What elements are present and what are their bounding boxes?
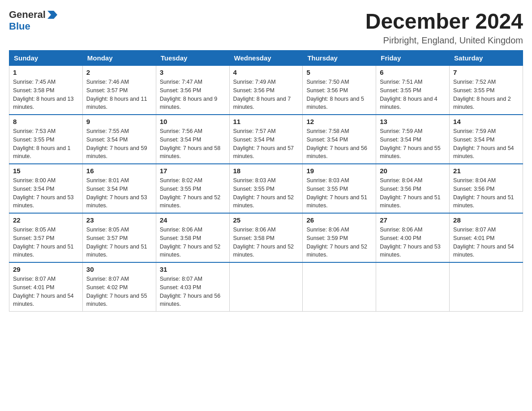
day-number: 29: [13, 265, 79, 273]
day-info: Sunrise: 8:06 AMSunset: 3:59 PMDaylight:…: [306, 226, 372, 259]
day-number: 16: [86, 167, 152, 175]
day-info: Sunrise: 7:58 AMSunset: 3:54 PMDaylight:…: [306, 127, 372, 161]
day-number: 28: [453, 216, 519, 224]
logo-general-text: General: [9, 9, 46, 21]
calendar-cell: 14Sunrise: 7:59 AMSunset: 3:54 PMDayligh…: [450, 115, 523, 164]
calendar-cell: 1Sunrise: 7:45 AMSunset: 3:58 PMDaylight…: [9, 66, 83, 115]
day-number: 15: [13, 167, 79, 175]
day-info: Sunrise: 8:05 AMSunset: 3:57 PMDaylight:…: [86, 226, 152, 259]
day-info: Sunrise: 7:55 AMSunset: 3:54 PMDaylight:…: [86, 127, 152, 161]
day-info: Sunrise: 7:59 AMSunset: 3:54 PMDaylight:…: [453, 127, 519, 161]
calendar-cell: 7Sunrise: 7:52 AMSunset: 3:55 PMDaylight…: [450, 66, 523, 115]
day-number: 20: [380, 167, 446, 175]
day-number: 2: [86, 68, 152, 76]
day-info: Sunrise: 8:06 AMSunset: 3:58 PMDaylight:…: [233, 226, 299, 259]
day-number: 17: [160, 167, 226, 175]
logo-blue-text: Blue: [9, 21, 30, 32]
calendar-header-row: SundayMondayTuesdayWednesdayThursdayFrid…: [9, 51, 523, 66]
calendar-cell: 13Sunrise: 7:59 AMSunset: 3:54 PMDayligh…: [376, 115, 450, 164]
calendar-cell: 12Sunrise: 7:58 AMSunset: 3:54 PMDayligh…: [303, 115, 376, 164]
calendar-cell: 19Sunrise: 8:03 AMSunset: 3:55 PMDayligh…: [303, 164, 376, 213]
day-info: Sunrise: 7:53 AMSunset: 3:55 PMDaylight:…: [13, 127, 79, 161]
calendar-cell: [229, 262, 303, 312]
location: Pirbright, England, United Kingdom: [365, 35, 523, 46]
day-number: 30: [86, 265, 152, 273]
day-number: 6: [380, 68, 446, 76]
day-info: Sunrise: 8:04 AMSunset: 3:56 PMDaylight:…: [380, 176, 446, 210]
day-info: Sunrise: 7:56 AMSunset: 3:54 PMDaylight:…: [160, 127, 226, 161]
calendar-cell: [376, 262, 450, 312]
calendar-cell: [450, 262, 523, 312]
day-info: Sunrise: 8:04 AMSunset: 3:56 PMDaylight:…: [453, 176, 519, 210]
day-number: 10: [160, 118, 226, 125]
calendar-cell: 30Sunrise: 8:07 AMSunset: 4:02 PMDayligh…: [82, 262, 156, 312]
header-thursday: Thursday: [303, 51, 376, 66]
day-number: 3: [160, 68, 226, 76]
day-number: 18: [233, 167, 299, 175]
day-info: Sunrise: 7:45 AMSunset: 3:58 PMDaylight:…: [13, 78, 79, 111]
header-wednesday: Wednesday: [229, 51, 303, 66]
logo-arrow-icon: [47, 11, 57, 19]
day-number: 14: [453, 118, 519, 125]
header-friday: Friday: [376, 51, 450, 66]
calendar-cell: 25Sunrise: 8:06 AMSunset: 3:58 PMDayligh…: [229, 213, 303, 262]
day-number: 27: [380, 216, 446, 224]
day-number: 19: [306, 167, 372, 175]
day-info: Sunrise: 7:49 AMSunset: 3:56 PMDaylight:…: [233, 78, 299, 111]
day-info: Sunrise: 8:07 AMSunset: 4:03 PMDaylight:…: [160, 275, 226, 308]
day-number: 25: [233, 216, 299, 224]
day-info: Sunrise: 8:06 AMSunset: 3:58 PMDaylight:…: [160, 226, 226, 259]
calendar-cell: 11Sunrise: 7:57 AMSunset: 3:54 PMDayligh…: [229, 115, 303, 164]
svg-marker-0: [47, 11, 57, 19]
calendar-cell: 21Sunrise: 8:04 AMSunset: 3:56 PMDayligh…: [450, 164, 523, 213]
page-header: General Blue December 2024 Pirbright, En…: [9, 9, 523, 46]
calendar-cell: 5Sunrise: 7:50 AMSunset: 3:56 PMDaylight…: [303, 66, 376, 115]
title-block: December 2024 Pirbright, England, United…: [365, 9, 523, 46]
header-sunday: Sunday: [9, 51, 83, 66]
day-info: Sunrise: 7:51 AMSunset: 3:55 PMDaylight:…: [380, 78, 446, 111]
day-number: 12: [306, 118, 372, 125]
calendar-cell: 18Sunrise: 8:03 AMSunset: 3:55 PMDayligh…: [229, 164, 303, 213]
calendar-cell: 29Sunrise: 8:07 AMSunset: 4:01 PMDayligh…: [9, 262, 83, 312]
calendar-cell: 23Sunrise: 8:05 AMSunset: 3:57 PMDayligh…: [82, 213, 156, 262]
day-info: Sunrise: 8:05 AMSunset: 3:57 PMDaylight:…: [13, 226, 79, 259]
day-number: 1: [13, 68, 79, 76]
day-info: Sunrise: 8:00 AMSunset: 3:54 PMDaylight:…: [13, 176, 79, 210]
calendar-cell: 17Sunrise: 8:02 AMSunset: 3:55 PMDayligh…: [156, 164, 229, 213]
calendar-cell: 2Sunrise: 7:46 AMSunset: 3:57 PMDaylight…: [82, 66, 156, 115]
calendar-cell: 3Sunrise: 7:47 AMSunset: 3:56 PMDaylight…: [156, 66, 229, 115]
day-info: Sunrise: 7:57 AMSunset: 3:54 PMDaylight:…: [233, 127, 299, 161]
day-info: Sunrise: 7:52 AMSunset: 3:55 PMDaylight:…: [453, 78, 519, 111]
day-info: Sunrise: 8:02 AMSunset: 3:55 PMDaylight:…: [160, 176, 226, 210]
day-number: 13: [380, 118, 446, 125]
day-number: 4: [233, 68, 299, 76]
calendar-cell: 8Sunrise: 7:53 AMSunset: 3:55 PMDaylight…: [9, 115, 83, 164]
day-number: 31: [160, 265, 226, 273]
header-tuesday: Tuesday: [156, 51, 229, 66]
calendar-cell: 31Sunrise: 8:07 AMSunset: 4:03 PMDayligh…: [156, 262, 229, 312]
day-info: Sunrise: 8:03 AMSunset: 3:55 PMDaylight:…: [306, 176, 372, 210]
calendar-week-5: 29Sunrise: 8:07 AMSunset: 4:01 PMDayligh…: [9, 262, 523, 312]
logo: General Blue: [9, 9, 57, 32]
calendar-cell: 26Sunrise: 8:06 AMSunset: 3:59 PMDayligh…: [303, 213, 376, 262]
calendar-cell: 16Sunrise: 8:01 AMSunset: 3:54 PMDayligh…: [82, 164, 156, 213]
calendar-cell: 24Sunrise: 8:06 AMSunset: 3:58 PMDayligh…: [156, 213, 229, 262]
calendar-cell: 28Sunrise: 8:07 AMSunset: 4:01 PMDayligh…: [450, 213, 523, 262]
calendar-cell: 20Sunrise: 8:04 AMSunset: 3:56 PMDayligh…: [376, 164, 450, 213]
day-info: Sunrise: 8:07 AMSunset: 4:01 PMDaylight:…: [453, 226, 519, 259]
day-number: 11: [233, 118, 299, 125]
calendar-cell: 27Sunrise: 8:06 AMSunset: 4:00 PMDayligh…: [376, 213, 450, 262]
calendar-cell: 10Sunrise: 7:56 AMSunset: 3:54 PMDayligh…: [156, 115, 229, 164]
month-title: December 2024: [365, 9, 523, 34]
day-number: 22: [13, 216, 79, 224]
calendar-cell: 9Sunrise: 7:55 AMSunset: 3:54 PMDaylight…: [82, 115, 156, 164]
day-number: 21: [453, 167, 519, 175]
calendar-cell: [303, 262, 376, 312]
day-number: 8: [13, 118, 79, 125]
calendar-table: SundayMondayTuesdayWednesdayThursdayFrid…: [9, 50, 523, 312]
day-info: Sunrise: 8:07 AMSunset: 4:02 PMDaylight:…: [86, 275, 152, 308]
calendar-week-1: 1Sunrise: 7:45 AMSunset: 3:58 PMDaylight…: [9, 66, 523, 115]
day-info: Sunrise: 8:03 AMSunset: 3:55 PMDaylight:…: [233, 176, 299, 210]
calendar-week-2: 8Sunrise: 7:53 AMSunset: 3:55 PMDaylight…: [9, 115, 523, 164]
header-monday: Monday: [82, 51, 156, 66]
